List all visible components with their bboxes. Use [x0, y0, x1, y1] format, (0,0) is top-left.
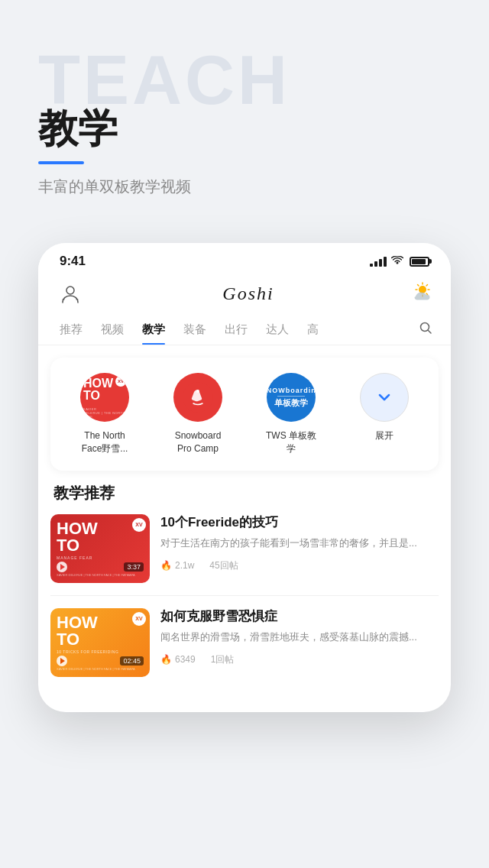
video-meta-2: 🔥 6349 1回帖 — [160, 653, 439, 666]
divider-1 — [50, 595, 439, 596]
tab-recommend[interactable]: 推荐 — [50, 315, 92, 345]
svg-point-12 — [196, 390, 199, 393]
video-thumbnail-1: HOW TO XV MANAGE FEAR 3:37 — [50, 514, 150, 583]
section-title: 教学推荐 — [38, 483, 451, 504]
signal-icon — [370, 256, 387, 267]
tab-video[interactable]: 视频 — [92, 315, 133, 345]
blue-underline — [38, 161, 84, 164]
video-comments-2: 1回帖 — [211, 653, 235, 666]
category-label-tws: TWS 单板教学 — [266, 429, 316, 455]
tab-travel[interactable]: 出行 — [215, 315, 257, 345]
category-label-expand: 展开 — [375, 429, 393, 442]
video-info-1: 10个Freeride的技巧 对于生活在南方的孩子能看到一场雪非常的奢侈，并且是… — [160, 514, 439, 572]
video-meta-1: 🔥 2.1w 45回帖 — [160, 559, 439, 572]
video-desc-2: 闻名世界的滑雪场，滑雪胜地班夫，感受落基山脉的震撼... — [160, 630, 439, 646]
svg-line-8 — [426, 285, 428, 287]
status-bar: 9:41 — [38, 243, 451, 275]
video-views-2: 🔥 6349 — [160, 654, 196, 665]
tab-expert[interactable]: 达人 — [257, 315, 298, 345]
video-comments-1: 45回帖 — [209, 559, 238, 572]
video-info-2: 如何克服野雪恐惧症 闻名世界的滑雪场，滑雪胜地班夫，感受落基山脉的震撼... 🔥… — [160, 608, 439, 666]
svg-line-10 — [428, 330, 431, 333]
category-label-snowboard: SnowboardPro Camp — [175, 429, 222, 455]
video-thumbnail-2: HOW TO XV 10 TRICKS FOR FREERIDING 02:45… — [50, 608, 150, 677]
teach-bg-text: TEACH — [38, 46, 451, 115]
svg-point-1 — [419, 286, 426, 293]
category-item-tws[interactable]: SNOWboarding 单板教学 TWS 单板教学 — [257, 373, 325, 455]
battery-icon — [410, 257, 429, 267]
category-item-snowboard[interactable]: SnowboardPro Camp — [164, 373, 232, 455]
video-card-2[interactable]: HOW TO XV 10 TRICKS FOR FREERIDING 02:45… — [38, 608, 451, 689]
wifi-icon — [391, 255, 403, 267]
fire-icon-2: 🔥 — [160, 654, 172, 665]
phone-mockup: 9:41 — [38, 243, 451, 712]
category-item-expand[interactable]: 展开 — [350, 373, 419, 442]
video-views-1: 🔥 2.1w — [160, 560, 194, 571]
weather-icon[interactable] — [413, 281, 432, 306]
tab-more[interactable]: 高 — [298, 315, 328, 345]
search-icon[interactable] — [413, 315, 439, 345]
status-time: 9:41 — [60, 254, 86, 269]
svg-line-6 — [418, 285, 419, 287]
category-label-howto: The NorthFace野雪... — [82, 429, 128, 455]
app-logo: Goshi — [222, 283, 274, 304]
avatar-icon[interactable] — [57, 280, 84, 307]
video-card-1[interactable]: HOW TO XV MANAGE FEAR 3:37 — [38, 514, 451, 595]
status-icons — [370, 255, 429, 267]
fire-icon: 🔥 — [160, 560, 172, 571]
tab-teach[interactable]: 教学 — [133, 315, 174, 345]
svg-point-0 — [66, 287, 74, 294]
category-card: HOW TO XAVIERDELERUE | THE NORTH FACE XV… — [50, 358, 439, 471]
video-desc-1: 对于生活在南方的孩子能看到一场雪非常的奢侈，并且是... — [160, 536, 439, 552]
tab-gear[interactable]: 装备 — [174, 315, 215, 345]
video-title-2: 如何克服野雪恐惧症 — [160, 608, 439, 625]
video-title-1: 10个Freeride的技巧 — [160, 514, 439, 531]
nav-tabs: 推荐 视频 教学 装备 出行 达人 高 — [38, 315, 451, 345]
subtitle: 丰富的单双板教学视频 — [38, 177, 451, 197]
category-item-howto[interactable]: HOW TO XAVIERDELERUE | THE NORTH FACE XV… — [70, 373, 139, 455]
svg-line-7 — [426, 293, 428, 295]
app-header: Goshi — [38, 275, 451, 315]
